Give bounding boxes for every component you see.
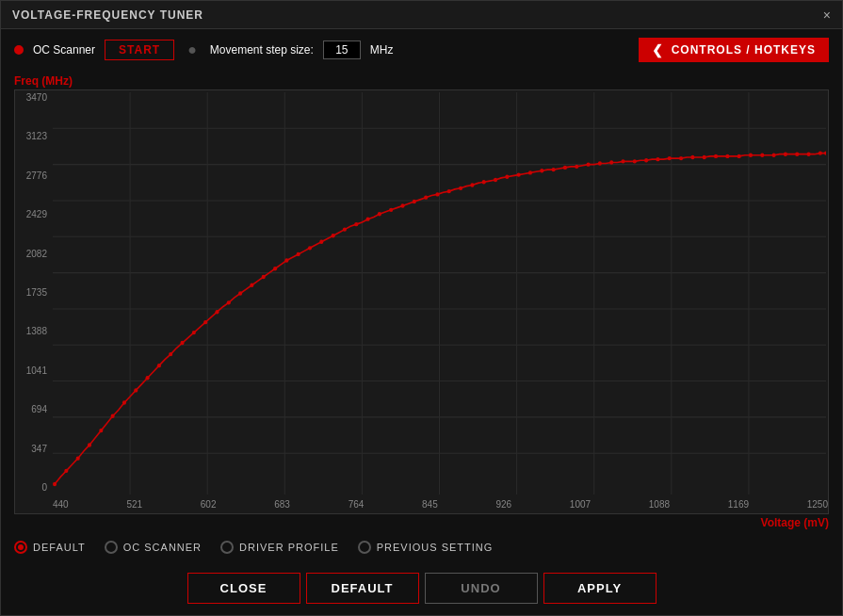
svg-point-38 — [273, 267, 277, 270]
svg-point-47 — [378, 212, 381, 216]
y-label-3: 2429 — [15, 209, 51, 219]
radio-default[interactable]: DEFAULT — [14, 541, 86, 554]
radio-previous-setting-label: PREVIOUS SETTING — [377, 542, 494, 553]
chart-svg — [53, 92, 826, 494]
svg-point-51 — [424, 195, 428, 199]
svg-point-86 — [824, 151, 826, 154]
x-axis-title: Voltage (mV) — [14, 516, 829, 529]
y-label-5: 1735 — [15, 287, 51, 298]
svg-point-83 — [795, 153, 799, 156]
y-label-9: 347 — [15, 444, 51, 454]
radio-oc-scanner[interactable]: OC SCANNER — [105, 541, 202, 554]
radio-driver-profile[interactable]: DRIVER PROFILE — [220, 541, 339, 554]
y-axis-title: Freq (MHz) — [14, 74, 829, 88]
x-label-6: 926 — [495, 499, 511, 510]
svg-point-44 — [343, 227, 347, 231]
svg-point-82 — [784, 153, 787, 156]
apply-button[interactable]: APPLY — [543, 573, 657, 604]
radio-default-circle — [14, 541, 27, 554]
chart-container[interactable]: 3470 3123 2776 2429 2082 1735 1388 1041 … — [14, 89, 829, 514]
x-label-7: 1007 — [570, 499, 591, 510]
svg-point-33 — [215, 310, 219, 314]
chart-inner — [53, 92, 826, 494]
svg-point-70 — [644, 158, 648, 162]
radio-previous-setting-circle — [358, 541, 371, 554]
svg-point-23 — [99, 429, 103, 432]
svg-point-30 — [180, 341, 184, 345]
y-label-0: 3470 — [15, 92, 51, 103]
x-label-10: 1250 — [807, 499, 828, 510]
svg-point-40 — [297, 252, 300, 256]
radio-oc-scanner-circle — [105, 541, 118, 554]
svg-point-59 — [517, 172, 521, 176]
radio-driver-profile-circle — [220, 541, 234, 554]
svg-point-24 — [111, 414, 115, 418]
svg-point-81 — [772, 154, 776, 157]
default-button[interactable]: DEFAULT — [306, 573, 419, 604]
x-label-3: 683 — [274, 499, 290, 510]
svg-point-62 — [552, 168, 556, 171]
svg-point-34 — [227, 300, 231, 304]
svg-point-63 — [563, 166, 567, 170]
svg-point-76 — [714, 154, 718, 158]
window-title: VOLTAGE-FREQUENCY TUNER — [12, 8, 203, 22]
svg-point-19 — [53, 482, 57, 486]
svg-point-79 — [749, 154, 753, 157]
svg-point-61 — [540, 169, 543, 172]
bottom-controls: DEFAULT OC SCANNER DRIVER PROFILE PREVIO… — [1, 529, 842, 565]
chevron-left-icon: ❮ — [652, 42, 664, 57]
x-label-4: 764 — [349, 499, 365, 510]
svg-point-67 — [609, 160, 613, 164]
svg-point-32 — [203, 320, 207, 324]
x-label-9: 1169 — [728, 499, 749, 510]
svg-point-35 — [238, 291, 242, 295]
svg-point-60 — [528, 170, 532, 174]
start-button[interactable]: START — [105, 40, 174, 60]
close-button[interactable]: CLOSE — [187, 573, 300, 604]
svg-point-39 — [284, 258, 288, 262]
svg-point-48 — [389, 208, 393, 212]
svg-point-41 — [308, 246, 312, 250]
svg-point-65 — [586, 162, 590, 166]
close-icon[interactable]: × — [823, 8, 831, 23]
undo-button[interactable]: UNDO — [425, 573, 538, 604]
radio-oc-scanner-label: OC SCANNER — [123, 542, 202, 553]
svg-point-25 — [122, 400, 126, 404]
svg-point-49 — [400, 203, 404, 207]
toolbar: OC Scanner START ● Movement step size: M… — [1, 29, 842, 71]
chart-area: Freq (MHz) 3470 3123 2776 2429 2082 1735… — [1, 71, 842, 529]
svg-point-31 — [192, 331, 196, 334]
svg-point-53 — [447, 189, 451, 193]
x-label-8: 1088 — [649, 499, 670, 510]
svg-point-45 — [354, 222, 358, 226]
svg-point-68 — [621, 159, 624, 163]
svg-point-36 — [250, 284, 253, 287]
y-label-8: 694 — [15, 404, 51, 414]
radio-driver-profile-label: DRIVER PROFILE — [239, 542, 339, 553]
radio-previous-setting[interactable]: PREVIOUS SETTING — [358, 541, 494, 554]
svg-point-64 — [575, 165, 578, 169]
svg-point-46 — [366, 217, 370, 220]
svg-point-77 — [725, 154, 729, 158]
mhz-unit-label: MHz — [370, 43, 394, 57]
svg-point-21 — [76, 456, 80, 460]
toolbar-left: OC Scanner START ● Movement step size: M… — [14, 40, 629, 60]
x-label-5: 845 — [422, 499, 438, 510]
step-size-input[interactable] — [323, 41, 361, 59]
svg-point-55 — [470, 183, 474, 186]
x-label-2: 602 — [201, 499, 217, 510]
svg-point-71 — [656, 157, 659, 161]
svg-point-78 — [738, 154, 741, 158]
svg-point-66 — [598, 161, 602, 165]
controls-hotkeys-label: CONTROLS / HOTKEYS — [672, 43, 816, 57]
step-size-label: Movement step size: — [210, 43, 314, 57]
controls-hotkeys-button[interactable]: ❮ CONTROLS / HOTKEYS — [639, 38, 829, 62]
x-label-1: 521 — [126, 499, 142, 510]
svg-point-27 — [146, 376, 150, 380]
svg-point-80 — [760, 154, 764, 157]
radio-default-label: DEFAULT — [33, 542, 86, 553]
y-label-2: 2776 — [15, 170, 51, 181]
svg-point-43 — [332, 234, 335, 237]
x-label-0: 440 — [53, 499, 69, 510]
y-label-4: 2082 — [15, 249, 51, 259]
